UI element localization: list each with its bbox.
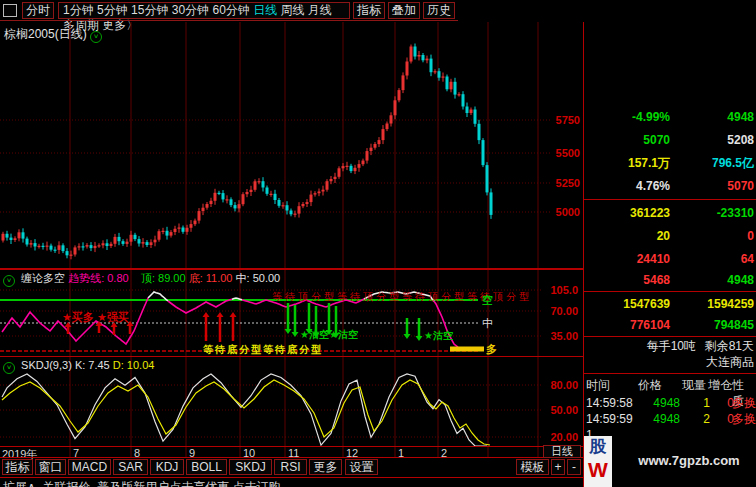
footer-links[interactable]: 扩展∧ 关联报价 普及版新用户点击享优惠 点击订购 [3,479,280,487]
quote-row: 持仓361223仓差-23310 [586,203,754,223]
ind-axis-70: 70.00 [544,305,578,317]
main-axis-5750: 5750 [548,114,580,126]
template-button[interactable]: 模板 [516,459,549,475]
watermark-logo-bottom: W [584,458,612,482]
bottom-tab-skdj[interactable]: SKDJ [229,459,272,475]
main-axis-5250: 5250 [548,177,580,189]
collapse-icon[interactable]: ˅ [90,31,102,43]
divider-indicator-skdj [0,356,583,357]
line-label-short: 空 [482,293,493,308]
skdj-pane-header: ˅ SKDJ(9,3) K: 7.45 D: 10.04 [3,359,154,374]
bottom-tab-more[interactable]: 更多 [309,459,342,475]
line-label-long: 多 [486,342,497,357]
indicator-name[interactable]: 缠论多空 [21,272,65,284]
window-icon[interactable] [3,4,17,17]
bottom-tab-indicator[interactable]: 指标 [2,459,33,475]
skdj-axis-50: 50.00 [544,404,578,416]
trend-param: 趋势线: 0.80 [68,272,129,284]
quote-row: 结算5070昨结5208 [586,130,754,150]
footer-order[interactable]: 点击订购 [232,480,280,487]
main-axis-5000: 5000 [548,206,580,218]
footer-expand[interactable]: 扩展∧ [3,480,36,487]
panel-left-border [583,22,584,487]
tab-1min[interactable]: 1分钟 [63,3,94,17]
period-box[interactable]: 日线 [543,445,581,458]
skdj-name[interactable]: SKDJ(9,3) [21,359,72,371]
symbol-title[interactable]: 棕榈2005(日线) ˅ [4,26,105,43]
bottom-tab-boll[interactable]: BOLL [186,459,227,475]
quote-row: 外盘776104内盘794845 [586,315,754,335]
indicator-pane-header: ˅ 缠论多空 趋势线: 0.80 顶: 89.00 底: 11.00 中: 50… [3,271,280,287]
tick-row[interactable]: 14:59:58494810多换 [586,395,754,411]
skdj-d-value: D: 10.04 [113,359,155,371]
symbol-title-label: 棕榈2005(日线) [4,27,87,41]
overlay-button[interactable]: 叠加 [388,2,420,19]
divider-tabs-footer [0,477,584,478]
quote-row: 现量20增仓0 [586,226,754,246]
market-row: 市场大连商品 [586,354,754,370]
period-group: 1分钟 5分钟 15分钟 30分钟 60分钟 日线 周线 月线 多周期 更多〉 [58,2,350,19]
line-label-mid: 中 [482,316,493,331]
quote-row: 涨停5468跌停4948 [586,270,754,290]
skdj-k-value: K: 7.45 [75,359,110,371]
pane-toggle-icon[interactable]: ˅ [3,275,15,287]
tick-header: 时间价格现量增仓性质 [586,377,754,393]
panel-divider-3 [584,336,756,337]
quote-row: 开仓1547639平仓1594259 [586,294,754,314]
history-button[interactable]: 历史 [423,2,455,19]
panel-divider-1 [584,199,756,200]
tab-30min[interactable]: 30分钟 [172,3,209,17]
skdj-axis-20: 20.00 [544,431,578,443]
unit-row: 单位每手10吨剩余81天 [586,338,754,354]
short-signal-annotation-b: ★沽空 [424,329,453,343]
footer-related-quotes[interactable]: 关联报价 [42,480,90,487]
mid-param: 中: 50.00 [236,272,281,284]
bottom-tab-macd[interactable]: MACD [68,459,111,475]
divider-axis-tabs [0,457,583,458]
footer-promo[interactable]: 普及版新用户点击享优惠 [97,480,229,487]
tick-row[interactable]: 14:59:59494820多换 [586,411,754,427]
divider-main-indicator [0,268,583,270]
watermark-logo-top: 股 [584,436,612,458]
ind-axis-35: 35.00 [544,330,578,342]
top-param: 顶: 89.00 [141,272,186,284]
tab-weekly[interactable]: 周线 [281,3,305,17]
tab-60min[interactable]: 60分钟 [212,3,249,17]
tab-daily[interactable]: 日线 [253,3,277,17]
bottom-tab-kdj[interactable]: KDJ [150,459,184,475]
divider-skdj-axis [0,446,583,447]
watermark-url: www.7gpzb.com [633,453,745,468]
skdj-axis-80: 80.00 [544,379,578,391]
bottom-tab-window[interactable]: 窗口 [35,459,66,475]
tab-timeshare[interactable]: 分时 [22,2,54,19]
bottom-tab-rsi[interactable]: RSI [274,459,307,475]
wait-top-annotation: 等待顶分型等待顶分型等待顶分型等待顶分型 [272,290,532,304]
quote-row: 笔数24410均量64 [586,249,754,269]
tab-15min[interactable]: 15分钟 [131,3,168,17]
panel-divider-2 [584,291,756,292]
bottom-param: 底: 11.00 [189,272,233,284]
main-axis-5500: 5500 [548,147,580,159]
toolbar-divider [0,20,458,21]
quote-row: 总量157.1万总额796.5亿 [586,153,754,173]
zoom-out-button[interactable]: - [567,459,581,475]
bottom-tab-sar[interactable]: SAR [113,459,148,475]
buy-signal-annotation: ★买多 ★强买 [62,310,129,325]
quote-row: 涨幅-4.99%最低4948 [586,107,754,127]
panel-divider-4 [584,373,756,374]
wait-bottom-annotation: 等待底分型等待底分型 [203,343,323,357]
pane-toggle-icon[interactable]: ˅ [3,362,15,374]
indicator-button[interactable]: 指标 [353,2,385,19]
short-signal-annotation-a: ★沽空★沽空 [300,328,358,342]
tab-5min[interactable]: 5分钟 [97,3,128,17]
bottom-tab-settings[interactable]: 设置 [345,459,378,475]
trading-terminal: { "toolbar":{ "timeshare":"分时", "periods… [0,0,756,487]
tab-monthly[interactable]: 月线 [308,3,332,17]
ind-axis-105: 105.0 [544,284,578,296]
quote-row: 振幅4.76%均价5070 [586,176,754,196]
watermark-logo: 股 W [584,436,612,487]
zoom-in-button[interactable]: + [551,459,565,475]
